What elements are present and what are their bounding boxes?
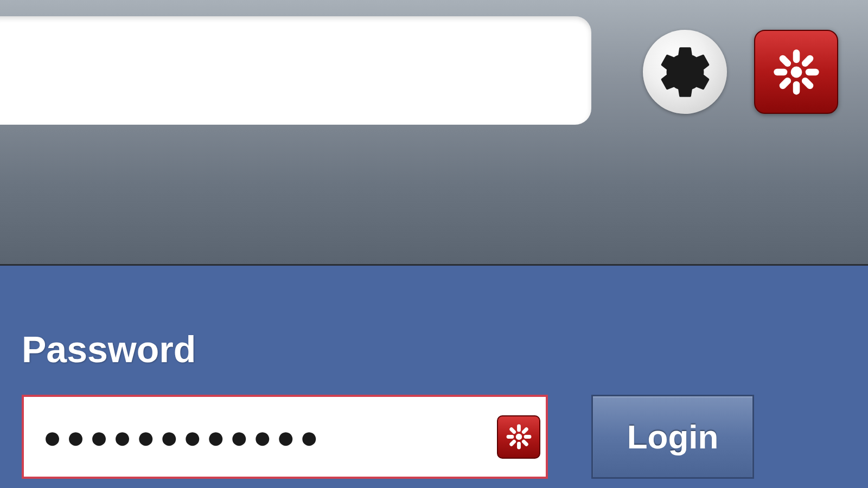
svg-rect-15 xyxy=(508,439,516,447)
svg-rect-4 xyxy=(805,68,819,75)
lastpass-autofill-button[interactable] xyxy=(497,415,540,459)
password-field-wrapper[interactable]: ●●●●●●●●●●●● xyxy=(22,395,548,479)
svg-rect-1 xyxy=(793,49,800,63)
svg-rect-14 xyxy=(521,427,529,435)
svg-rect-11 xyxy=(517,442,521,450)
svg-rect-17 xyxy=(521,439,529,447)
settings-button[interactable] xyxy=(643,30,727,114)
svg-rect-13 xyxy=(524,435,531,439)
svg-rect-7 xyxy=(778,54,793,68)
svg-rect-5 xyxy=(800,54,815,68)
login-row: ●●●●●●●●●●●● Lo xyxy=(22,395,846,479)
gear-icon xyxy=(655,42,715,102)
password-field[interactable]: ●●●●●●●●●●●● xyxy=(43,419,323,455)
svg-rect-8 xyxy=(800,76,815,91)
lastpass-extension-button[interactable] xyxy=(754,30,838,114)
svg-rect-10 xyxy=(517,425,521,432)
address-bar[interactable] xyxy=(0,16,591,125)
svg-point-9 xyxy=(515,434,521,440)
lastpass-icon xyxy=(769,45,824,99)
svg-rect-6 xyxy=(778,76,793,91)
lastpass-icon xyxy=(504,422,534,452)
password-label: Password xyxy=(22,328,846,370)
browser-toolbar xyxy=(0,0,868,266)
svg-rect-12 xyxy=(506,435,514,439)
svg-point-0 xyxy=(790,66,802,78)
login-page: Password ●●●●●●●●●●●● xyxy=(0,266,868,488)
svg-rect-2 xyxy=(793,81,800,94)
svg-rect-16 xyxy=(508,427,516,435)
svg-rect-3 xyxy=(774,68,787,75)
login-button[interactable]: Login xyxy=(591,395,754,479)
